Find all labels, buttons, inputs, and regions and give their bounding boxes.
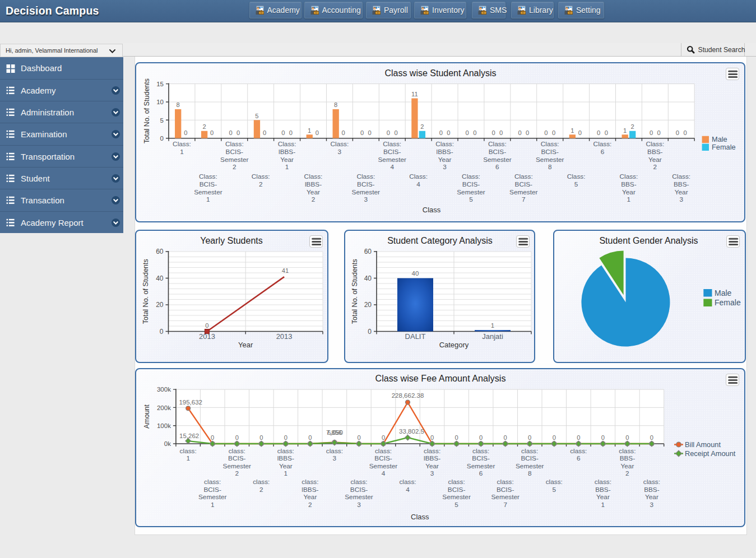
svg-text:class:: class: bbox=[326, 447, 343, 454]
svg-text:Class:: Class: bbox=[593, 140, 612, 147]
svg-text:0: 0 bbox=[605, 129, 608, 136]
svg-text:0: 0 bbox=[526, 129, 529, 136]
svg-text:4: 4 bbox=[416, 180, 420, 188]
svg-text:40: 40 bbox=[156, 275, 164, 282]
svg-text:0: 0 bbox=[394, 129, 397, 136]
svg-text:0: 0 bbox=[499, 129, 503, 136]
svg-text:1: 1 bbox=[601, 500, 605, 508]
svg-text:0: 0 bbox=[597, 129, 600, 136]
svg-text:lBBS-: lBBS- bbox=[305, 180, 322, 188]
svg-text:0: 0 bbox=[284, 434, 287, 441]
svg-text:1: 1 bbox=[627, 196, 631, 203]
svg-text:Semester: Semester bbox=[223, 462, 252, 469]
svg-text:1: 1 bbox=[308, 127, 311, 133]
svg-text:60: 60 bbox=[156, 248, 164, 255]
svg-text:6,050: 6,050 bbox=[327, 429, 343, 435]
svg-text:BCIS-: BCIS- bbox=[521, 454, 539, 462]
svg-text:2013: 2013 bbox=[199, 332, 215, 341]
svg-text:0: 0 bbox=[439, 129, 443, 136]
svg-text:BCIS-: BCIS- bbox=[515, 180, 533, 188]
svg-text:2: 2 bbox=[259, 485, 263, 493]
svg-text:Yearly Students: Yearly Students bbox=[200, 236, 262, 245]
svg-text:0: 0 bbox=[473, 129, 476, 136]
svg-text:0: 0 bbox=[184, 129, 187, 136]
svg-text:Bill Amount: Bill Amount bbox=[685, 440, 721, 448]
svg-text:Year: Year bbox=[280, 155, 294, 163]
svg-text:2: 2 bbox=[233, 163, 236, 171]
svg-text:class:: class: bbox=[448, 478, 465, 486]
svg-text:0: 0 bbox=[683, 129, 687, 136]
svg-text:Year: Year bbox=[303, 493, 317, 501]
svg-text:Amount: Amount bbox=[143, 404, 151, 429]
svg-text:7: 7 bbox=[503, 500, 507, 508]
svg-text:class:: class: bbox=[399, 478, 416, 486]
svg-text:BCIS-: BCIS- bbox=[357, 180, 375, 188]
svg-text:class:: class: bbox=[204, 478, 221, 486]
svg-text:DALIT: DALIT bbox=[405, 332, 425, 341]
svg-text:0: 0 bbox=[544, 129, 548, 136]
svg-text:11: 11 bbox=[411, 91, 418, 97]
svg-text:1: 1 bbox=[211, 500, 215, 508]
svg-text:Female: Female bbox=[715, 298, 741, 307]
svg-text:4: 4 bbox=[406, 485, 410, 493]
svg-text:Class:: Class: bbox=[199, 172, 217, 180]
svg-text:class:: class: bbox=[424, 447, 440, 454]
svg-text:Class:: Class: bbox=[331, 140, 349, 147]
svg-text:0: 0 bbox=[368, 328, 372, 336]
svg-text:Total No. of Students: Total No. of Students bbox=[350, 259, 358, 324]
svg-text:Class: Class bbox=[423, 205, 441, 213]
svg-text:300k: 300k bbox=[157, 386, 171, 393]
svg-text:Class:: Class: bbox=[173, 140, 191, 147]
svg-text:5: 5 bbox=[553, 485, 556, 493]
svg-text:class:: class: bbox=[619, 447, 636, 454]
svg-text:0: 0 bbox=[210, 129, 214, 136]
svg-text:2: 2 bbox=[308, 500, 312, 508]
svg-text:Semester: Semester bbox=[491, 493, 520, 501]
svg-text:0: 0 bbox=[553, 434, 556, 441]
svg-text:15: 15 bbox=[156, 80, 164, 87]
svg-text:BBS-: BBS- bbox=[674, 180, 689, 188]
svg-text:8: 8 bbox=[177, 101, 180, 108]
svg-text:Year: Year bbox=[438, 155, 452, 163]
svg-text:8: 8 bbox=[528, 469, 532, 477]
svg-text:Year: Year bbox=[596, 493, 610, 501]
svg-text:3: 3 bbox=[357, 500, 361, 508]
svg-text:Semester: Semester bbox=[483, 155, 512, 163]
svg-text:Class:: Class: bbox=[462, 172, 480, 180]
svg-text:Semester: Semester bbox=[220, 155, 249, 163]
svg-text:BBS-: BBS- bbox=[621, 180, 637, 188]
svg-text:BCIS-: BCIS- bbox=[226, 147, 244, 155]
svg-text:class:: class: bbox=[180, 447, 197, 454]
svg-text:Class:: Class: bbox=[252, 172, 270, 180]
svg-text:0: 0 bbox=[454, 434, 458, 441]
svg-text:BBS-: BBS- bbox=[644, 485, 660, 493]
svg-text:Class:: Class: bbox=[541, 140, 559, 147]
svg-text:8: 8 bbox=[334, 101, 337, 108]
svg-text:2: 2 bbox=[235, 469, 239, 477]
svg-text:2013: 2013 bbox=[276, 332, 293, 341]
svg-text:class:: class: bbox=[375, 447, 392, 454]
svg-text:20: 20 bbox=[364, 301, 372, 309]
svg-text:41: 41 bbox=[282, 267, 289, 274]
svg-text:0: 0 bbox=[229, 129, 232, 136]
svg-text:0: 0 bbox=[479, 434, 483, 441]
svg-text:Class:: Class: bbox=[514, 172, 533, 180]
svg-text:10: 10 bbox=[156, 99, 164, 105]
svg-text:BBS-: BBS- bbox=[595, 485, 611, 493]
svg-text:BCIS-: BCIS- bbox=[472, 454, 490, 462]
svg-text:BCIS-: BCIS- bbox=[541, 147, 559, 155]
svg-text:0: 0 bbox=[342, 129, 345, 136]
svg-text:Year: Year bbox=[238, 341, 253, 349]
svg-text:2: 2 bbox=[631, 123, 634, 130]
svg-text:0: 0 bbox=[211, 434, 214, 441]
svg-text:BCIS-: BCIS- bbox=[350, 485, 368, 493]
svg-text:0: 0 bbox=[387, 129, 390, 136]
svg-text:class:: class: bbox=[546, 478, 563, 486]
svg-text:BCIS-: BCIS- bbox=[200, 180, 217, 188]
svg-text:0: 0 bbox=[528, 434, 531, 441]
svg-text:Class wise Student Analysis: Class wise Student Analysis bbox=[384, 68, 496, 78]
svg-text:195,632: 195,632 bbox=[179, 399, 202, 406]
svg-text:0: 0 bbox=[578, 129, 582, 136]
svg-text:class:: class: bbox=[253, 478, 270, 486]
svg-text:60: 60 bbox=[364, 248, 372, 255]
